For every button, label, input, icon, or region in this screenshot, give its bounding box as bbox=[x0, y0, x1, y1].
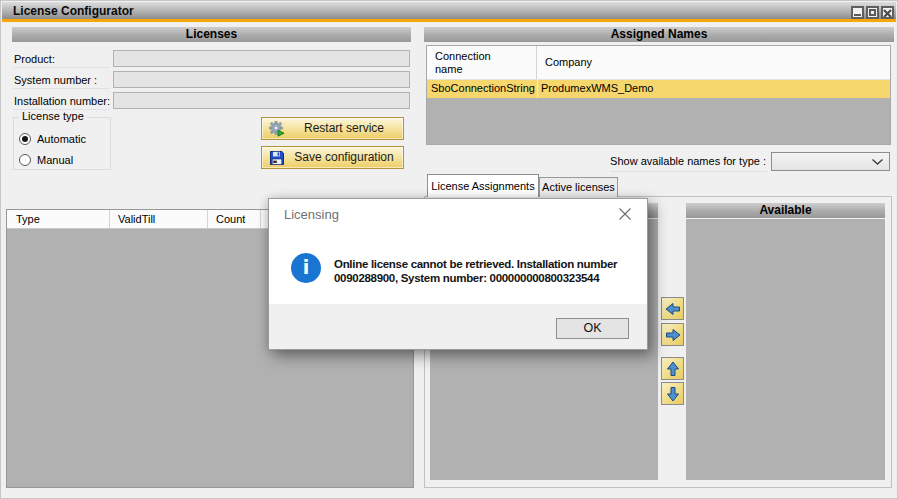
window-title: License Configurator bbox=[13, 3, 134, 19]
system-number-underline bbox=[13, 88, 110, 89]
move-down-button[interactable] bbox=[661, 382, 684, 405]
maximize-button[interactable] bbox=[866, 6, 879, 19]
ok-button[interactable]: OK bbox=[556, 318, 629, 339]
minimize-button[interactable] bbox=[851, 6, 864, 19]
assigned-col-company[interactable]: Company bbox=[545, 56, 592, 68]
show-available-underline bbox=[610, 171, 767, 172]
available-list[interactable] bbox=[686, 219, 885, 480]
system-number-label: System number : bbox=[14, 73, 97, 87]
assigned-row-connection-name: SboConnectionString bbox=[431, 82, 535, 94]
save-disk-icon bbox=[269, 150, 285, 166]
tab-license-assignments[interactable]: License Assignments bbox=[427, 174, 539, 197]
product-field[interactable] bbox=[113, 50, 410, 67]
assigned-names-section-header: Assigned Names bbox=[424, 27, 894, 42]
dialog-message: Online license cannot be retrieved. Inst… bbox=[334, 257, 626, 285]
title-accent-bar bbox=[2, 19, 896, 22]
name-type-combobox[interactable] bbox=[771, 152, 890, 171]
move-left-button[interactable] bbox=[661, 297, 684, 320]
assigned-col-connection-name[interactable]: Connection name bbox=[435, 50, 499, 76]
restart-service-label: Restart service bbox=[288, 118, 400, 139]
assigned-row-company: ProdumexWMS_Demo bbox=[541, 82, 653, 94]
tab-active-licenses[interactable]: Active licenses bbox=[539, 177, 618, 197]
close-icon bbox=[883, 9, 892, 18]
installation-number-label: Installation number: bbox=[14, 94, 110, 108]
license-configurator-window: License Configurator Licenses Product: S… bbox=[0, 0, 898, 499]
maximize-icon bbox=[869, 9, 876, 16]
move-up-button[interactable] bbox=[661, 357, 684, 380]
restart-service-icon bbox=[269, 121, 285, 137]
assigned-names-table[interactable]: Connection name Company SboConnectionStr… bbox=[426, 45, 891, 145]
license-type-label: License type bbox=[19, 110, 87, 123]
assigned-names-row[interactable]: SboConnectionString ProdumexWMS_Demo bbox=[427, 80, 890, 98]
licenses-col-validtill[interactable]: ValidTill bbox=[118, 213, 155, 225]
arrow-down-icon bbox=[665, 386, 681, 402]
licenses-section-header: Licenses bbox=[12, 27, 411, 42]
licensing-dialog: Licensing i Online license cannot be ret… bbox=[268, 198, 648, 350]
available-list-header: Available bbox=[686, 203, 885, 218]
radio-automatic-label: Automatic bbox=[37, 133, 86, 146]
licenses-col-count[interactable]: Count bbox=[216, 213, 245, 225]
radio-manual[interactable] bbox=[19, 154, 31, 166]
move-right-button[interactable] bbox=[661, 323, 684, 346]
title-bar[interactable]: License Configurator bbox=[2, 2, 896, 19]
product-underline bbox=[13, 67, 110, 68]
info-icon: i bbox=[291, 253, 321, 283]
dialog-close-icon[interactable] bbox=[617, 206, 633, 222]
dialog-title: Licensing bbox=[284, 207, 339, 222]
restart-service-button[interactable]: Restart service bbox=[261, 117, 404, 140]
save-configuration-button[interactable]: Save configuration bbox=[261, 146, 404, 169]
system-number-field[interactable] bbox=[113, 71, 410, 88]
dialog-footer: OK bbox=[269, 304, 647, 349]
chevron-down-icon bbox=[872, 159, 883, 165]
save-configuration-label: Save configuration bbox=[288, 147, 400, 168]
radio-manual-label: Manual bbox=[37, 154, 73, 167]
assigned-row-divider bbox=[537, 80, 538, 98]
minimize-icon bbox=[854, 14, 861, 16]
arrow-up-icon bbox=[665, 361, 681, 377]
radio-automatic[interactable] bbox=[19, 133, 31, 145]
close-button[interactable] bbox=[881, 6, 894, 19]
product-label: Product: bbox=[14, 52, 55, 66]
show-available-label: Show available names for type : bbox=[560, 155, 766, 167]
licenses-col-type[interactable]: Type bbox=[16, 213, 40, 225]
installation-number-field[interactable] bbox=[113, 92, 410, 109]
arrow-right-icon bbox=[665, 327, 681, 343]
arrow-left-icon bbox=[665, 301, 681, 317]
